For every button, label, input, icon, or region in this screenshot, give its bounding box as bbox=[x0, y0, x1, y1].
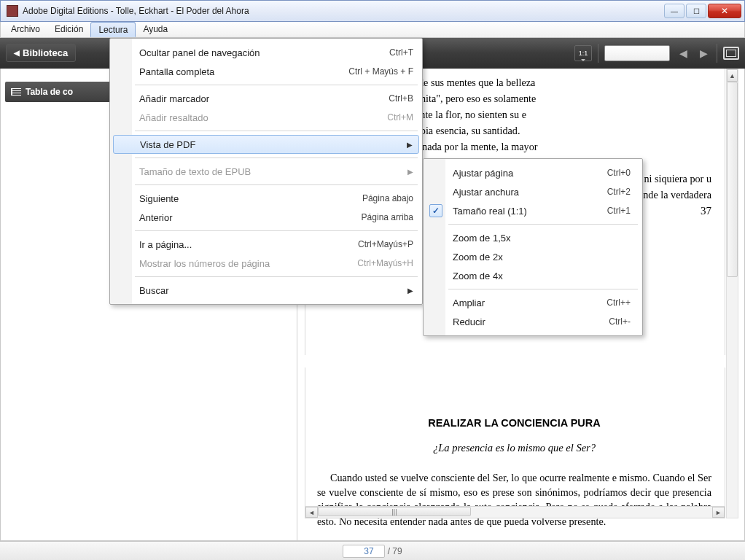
submenu-zoom-2[interactable]: Zoom de 2x bbox=[425, 247, 641, 266]
library-button-label: Biblioteca bbox=[23, 47, 68, 58]
pdf-view-submenu: Ajustar página Ctrl+0 Ajustar anchura Ct… bbox=[423, 158, 643, 336]
menu-item-label: Vista de PDF bbox=[140, 139, 195, 150]
back-triangle-icon: ◀ bbox=[14, 49, 20, 57]
menubar: Archivo Edición Lectura Ayuda bbox=[0, 22, 745, 38]
menu-item-label: Zoom de 2x bbox=[453, 252, 503, 262]
menu-item-pdf-view[interactable]: Vista de PDF ▶ bbox=[113, 135, 419, 154]
body-paragraph: Cuando usted se vuelve consciente del Se… bbox=[317, 470, 711, 529]
menu-item-fullscreen[interactable]: Pantalla completa Ctrl + Mayús + F bbox=[112, 62, 421, 81]
menu-item-add-bookmark[interactable]: Añadir marcador Ctrl+B bbox=[112, 89, 421, 108]
menu-ayuda[interactable]: Ayuda bbox=[136, 22, 175, 37]
menu-shortcut: Ctrl+Mayús+H bbox=[357, 258, 413, 268]
menu-separator bbox=[448, 224, 638, 225]
section-subheading: ¿La presencia es lo mismo que el Ser? bbox=[317, 442, 711, 454]
menu-shortcut: Ctrl+T bbox=[389, 47, 413, 58]
submenu-fit-page[interactable]: Ajustar página Ctrl+0 bbox=[425, 163, 641, 182]
menu-shortcut: Ctrl+Mayús+P bbox=[358, 239, 413, 249]
menu-shortcut: Ctrl+0 bbox=[607, 168, 631, 178]
menu-separator bbox=[135, 131, 418, 131]
menu-item-next[interactable]: Siguiente Página abajo bbox=[112, 189, 421, 208]
menu-lectura[interactable]: Lectura bbox=[90, 22, 136, 37]
fullscreen-button[interactable] bbox=[723, 47, 739, 60]
vertical-scrollbar[interactable]: ▲ bbox=[726, 69, 738, 518]
menu-item-label: Reducir bbox=[453, 316, 485, 327]
horizontal-scrollbar[interactable]: ◄ ||| ► bbox=[305, 506, 725, 518]
submenu-zoom-15[interactable]: Zoom de 1,5x bbox=[425, 228, 641, 247]
page-lower: REALIZAR LA CONCIENCIA PURA ¿La presenci… bbox=[305, 368, 725, 518]
total-pages-label: / 79 bbox=[388, 546, 402, 556]
menu-item-label: Ocultar panel de navegación bbox=[139, 47, 260, 58]
section-heading: REALIZAR LA CONCIENCIA PURA bbox=[317, 417, 711, 429]
submenu-zoom-4[interactable]: Zoom de 4x bbox=[425, 266, 641, 285]
sidebar-heading-label: Tabla de co bbox=[26, 87, 73, 97]
window-minimize-button[interactable]: — bbox=[664, 4, 684, 18]
menu-shortcut: Ctrl+B bbox=[389, 93, 413, 104]
submenu-arrow-icon: ▶ bbox=[407, 168, 413, 176]
status-bar: 37 / 79 bbox=[0, 541, 745, 560]
lectura-dropdown: Ocultar panel de navegación Ctrl+T Panta… bbox=[109, 38, 423, 305]
menu-item-label: Añadir marcador bbox=[139, 93, 209, 104]
menu-item-label: Mostrar los números de página bbox=[139, 258, 270, 269]
vscroll-thumb[interactable] bbox=[727, 82, 738, 277]
menu-item-label: Siguiente bbox=[139, 193, 179, 204]
menu-item-prev[interactable]: Anterior Página arriba bbox=[112, 208, 421, 227]
menu-separator bbox=[135, 230, 418, 231]
menu-item-label: Buscar bbox=[139, 285, 168, 296]
prev-page-button[interactable]: ◀ bbox=[676, 45, 690, 61]
submenu-zoom-out[interactable]: Reducir Ctrl+- bbox=[425, 312, 641, 331]
window-title: Adobe Digital Editions - Tolle, Eckhart … bbox=[23, 6, 249, 16]
window-close-button[interactable]: ✕ bbox=[708, 4, 741, 18]
menu-item-add-highlight: Añadir resaltado Ctrl+M bbox=[112, 108, 421, 127]
menu-shortcut: Ctrl+2 bbox=[607, 187, 631, 197]
menu-shortcut: Página abajo bbox=[362, 193, 413, 203]
toc-icon bbox=[11, 88, 21, 96]
submenu-arrow-icon: ▶ bbox=[407, 287, 413, 295]
submenu-arrow-icon: ▶ bbox=[407, 141, 413, 149]
menu-item-search[interactable]: Buscar ▶ bbox=[112, 281, 421, 300]
menu-item-label: Zoom de 1,5x bbox=[453, 233, 511, 244]
app-icon bbox=[7, 5, 18, 17]
submenu-fit-width[interactable]: Ajustar anchura Ctrl+2 bbox=[425, 182, 641, 201]
menu-item-goto-page[interactable]: Ir a página... Ctrl+Mayús+P bbox=[112, 235, 421, 254]
hscroll-thumb[interactable]: ||| bbox=[318, 507, 471, 516]
current-page-field[interactable]: 37 bbox=[343, 545, 384, 558]
menu-item-label: Anterior bbox=[139, 212, 173, 223]
menu-separator bbox=[135, 276, 418, 277]
menu-shortcut: Ctrl+M bbox=[387, 112, 413, 122]
menu-item-label: Zoom de 4x bbox=[453, 271, 503, 281]
menu-edicion[interactable]: Edición bbox=[47, 22, 90, 37]
menu-shortcut: Ctrl+- bbox=[609, 316, 631, 327]
hscroll-right-arrow-icon[interactable]: ► bbox=[712, 507, 725, 518]
next-page-button[interactable]: ▶ bbox=[696, 45, 711, 61]
menu-shortcut: Ctrl++ bbox=[606, 298, 631, 308]
window-maximize-button[interactable]: ☐ bbox=[686, 4, 706, 18]
page-number-input[interactable] bbox=[604, 45, 670, 61]
menu-shortcut: Página arriba bbox=[362, 212, 413, 222]
menu-separator bbox=[135, 85, 418, 85]
menu-item-label: Pantalla completa bbox=[139, 66, 214, 77]
menu-shortcut: Ctrl+1 bbox=[607, 206, 631, 216]
library-button[interactable]: ◀ Biblioteca bbox=[6, 44, 76, 62]
hscroll-left-arrow-icon[interactable]: ◄ bbox=[305, 507, 318, 518]
submenu-zoom-in[interactable]: Ampliar Ctrl++ bbox=[425, 293, 641, 312]
menu-archivo[interactable]: Archivo bbox=[4, 22, 47, 37]
hscroll-track[interactable]: ||| bbox=[318, 507, 712, 518]
menu-separator bbox=[135, 184, 418, 185]
toolbar-divider-2 bbox=[717, 44, 717, 63]
menu-item-epub-text-size: Tamaño de texto de EPUB ▶ bbox=[112, 162, 421, 181]
menu-separator bbox=[448, 289, 638, 289]
menu-item-hide-nav[interactable]: Ocultar panel de navegación Ctrl+T bbox=[112, 43, 421, 62]
menu-item-label: Ir a página... bbox=[139, 239, 192, 250]
menu-item-label: Tamaño de texto de EPUB bbox=[139, 166, 251, 177]
zoom-ratio-label: 1:1 bbox=[579, 50, 588, 57]
menu-item-label: Tamaño real (1:1) bbox=[453, 206, 527, 217]
zoom-ratio-button[interactable]: 1:1 bbox=[574, 45, 592, 61]
vscroll-up-arrow-icon[interactable]: ▲ bbox=[727, 69, 738, 82]
submenu-actual-size[interactable]: ✓ Tamaño real (1:1) Ctrl+1 bbox=[425, 201, 641, 220]
menu-shortcut: Ctrl + Mayús + F bbox=[348, 66, 413, 77]
menu-item-label: Ajustar anchura bbox=[453, 187, 519, 198]
menu-item-label: Añadir resaltado bbox=[139, 112, 208, 123]
menu-item-label: Ajustar página bbox=[453, 168, 513, 179]
menu-separator bbox=[135, 158, 418, 158]
menu-item-label: Ampliar bbox=[453, 298, 485, 308]
